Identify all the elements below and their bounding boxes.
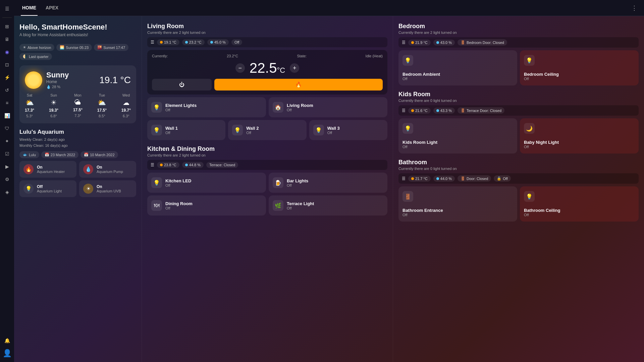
kitchen-humidity-dot [185,164,188,166]
bedroom-ceiling-card[interactable]: 💡 Bedroom Ceiling Off [520,50,639,85]
terrace-light-card[interactable]: 🌿 Terrace Light Off [269,195,387,216]
thermo-increase-button[interactable]: + [290,63,299,73]
list-icon[interactable]: ≡ [2,98,12,108]
kitchen-led-icon: 💡 [151,177,162,188]
integrations-icon[interactable]: ✦ [2,136,12,146]
bedroom-menu-icon[interactable]: ☰ [402,40,406,45]
living-room-header: Living Room Currently there are 2 light … [147,23,387,35]
aqua-heater[interactable]: 🔥 On Aquarium Heater [19,161,76,178]
lr-humidity-dot [210,41,213,44]
forecast-wed-icon: ☁ [123,99,129,107]
bathroom-menu-icon[interactable]: ☰ [402,176,406,181]
pill-sunset: 🌇Sunset 17:47 [94,44,128,51]
wall1-card[interactable]: 💡 Wall 1 Off [147,120,225,140]
kids-room-menu-icon[interactable]: ☰ [402,108,406,113]
living-room-light-icon: 🏠 [273,102,283,113]
baby-night-light-icon: 🌙 [524,123,535,134]
living-room-title: Living Room [147,23,387,30]
grid-icon[interactable]: ⊡ [2,59,12,70]
tab-home[interactable]: HOME [21,0,38,16]
bell-icon[interactable]: 🔔 [2,335,12,346]
kids-room-header: Kids Room Currently there are 0 light tu… [398,91,639,103]
wall3-card[interactable]: 💡 Wall 3 Off [309,120,387,140]
avatar-icon[interactable]: 👤 [2,348,12,359]
pill-moon: 🌗Last quarter [19,53,52,60]
thermo-off-button[interactable]: ⏻ [152,79,212,90]
tab-apex[interactable]: APEX [44,0,60,16]
dining-room-card[interactable]: 🍽 Dining Room Off [147,195,266,216]
kitchen-led-card[interactable]: 💡 Kitchen LED Off [147,173,266,193]
bathroom-ceiling-card[interactable]: 💡 Bathroom Ceiling Off [520,186,639,222]
lr-humidity-badge: 45.0 % [207,39,229,45]
energy-icon[interactable]: ⚡ [2,72,12,83]
wall2-card[interactable]: 💡 Wall 2 Off [228,120,306,140]
menu-icon[interactable]: ☰ [2,3,12,14]
thermo-decrease-button[interactable]: − [235,63,245,73]
kids-room-sub: Currently there are 0 light turned on [398,99,639,103]
living-room-light-card[interactable]: 🏠 Living Room Off [269,97,387,117]
living-room-lights-grid: 💡 Element Lights Off 🏠 Living Room Off [147,97,387,117]
forecast-sun: Sun ☀ 19.3° 6.8° [49,93,58,118]
tag-icon[interactable]: ◈ [2,187,12,197]
bedroom-humidity-badge: 43.0 % [433,40,455,46]
weather-humidity: 💧 28 % [46,85,95,89]
terrace-light-info: Terrace Light Off [287,201,383,210]
kids-humidity-dot [436,109,439,112]
kids-temp-badge: 21.6 °C [408,108,431,114]
settings-icon[interactable]: ⚙ [2,174,12,185]
kitchen-title: Kitchen & Dining Room [147,145,387,153]
bathroom-entrance-card[interactable]: 🚪 Bathroom Entrance Off [398,186,517,222]
kitchen-temp-dot [160,164,163,166]
forecast-sat: Sat ⛅ 17.3° 5.3° [25,93,34,118]
kitchen-menu-icon[interactable]: ☰ [151,163,154,167]
bathroom-sub: Currently there are 0 light turned on [398,167,639,171]
shield-icon[interactable]: 🛡 [2,123,12,134]
aqua-uvb[interactable]: ☀ On Aquarium UVB [79,180,136,197]
history-icon[interactable]: ↺ [2,85,12,96]
living-room-sub: Currently there are 2 light turned on [147,31,387,35]
bedroom-ceiling-info: Bedroom Ceiling Off [524,72,559,81]
aqua-pump[interactable]: 💧 On Aquarium Pump [79,161,136,178]
kitchen-temp-badge: 23.8 °C [157,162,179,168]
sidebar-bottom: 🔔 👤 [2,335,12,359]
weather-sun-icon [25,71,42,89]
bedroom-ambient-card[interactable]: 💡 Bedroom Ambient Off [398,50,517,85]
lr-temp2-badge: 23.2 °C [182,39,205,45]
weather-condition: Sunny [46,71,95,79]
thermo-temp-display: − 22.5°C + [152,60,383,76]
thermo-state-val: Idle (Heat) [366,54,383,58]
kids-room-light-card[interactable]: 💡 Kids Room Light Off [398,118,517,154]
kids-room-light-icon: 💡 [402,123,413,134]
aqua-light-icon: 💡 [23,184,34,194]
aqua-light[interactable]: 💡 Off Aquarium Light [19,180,76,197]
dashboard-icon[interactable]: ⊞ [2,21,12,32]
element-lights-card[interactable]: 💡 Element Lights Off [147,97,266,117]
bar-lights-info: Bar Lights Off [287,178,383,187]
bedroom-lights-grid: 💡 Bedroom Ambient Off 💡 Bedroom Ceiling … [398,50,639,85]
weather-info: Sunny Home 💧 28 % [46,71,95,89]
middle-column: Living Room Currently there are 2 light … [142,16,393,362]
bedroom-header: Bedroom Currently there are 2 light turn… [398,23,639,35]
living-room-menu-icon[interactable]: ☰ [151,40,154,45]
chart-icon[interactable]: 📊 [2,110,12,121]
left-column: Hello, SmartHomeScene! A blog for Home A… [14,16,142,362]
thermo-heat-button[interactable]: 🔥 [214,79,383,90]
face-icon[interactable]: ◉ [2,47,12,57]
monitor-icon[interactable]: 🖥 [2,34,12,45]
bathroom-section: Bathroom Currently there are 0 light tur… [398,159,639,222]
pump-info: On Aquarium Pump [97,165,123,174]
more-options-icon[interactable]: ⋮ [631,4,637,12]
media-icon[interactable]: ▶ [2,161,12,172]
baby-night-light-card[interactable]: 🌙 Baby Night Light Off [520,118,639,154]
lr-temp2-dot [185,41,188,44]
kids-room-title: Kids Room [398,91,639,98]
todo-icon[interactable]: ☑ [2,148,12,159]
bedroom-ceiling-icon: 💡 [524,55,535,66]
forecast-tue-icon: ⛅ [98,99,106,107]
pill-monthly-date: 📅10 March 2022 [80,151,118,158]
bedroom-section: Bedroom Currently there are 2 light turn… [398,23,639,85]
bathroom-ceiling-info: Bathroom Ceiling Off [524,208,560,217]
bar-lights-card[interactable]: 🍺 Bar Lights Off [269,173,387,193]
forecast-mon: Mon 🌥 17.5° 7.3° [73,93,83,118]
greeting-title: Hello, SmartHomeScene! [19,23,136,32]
